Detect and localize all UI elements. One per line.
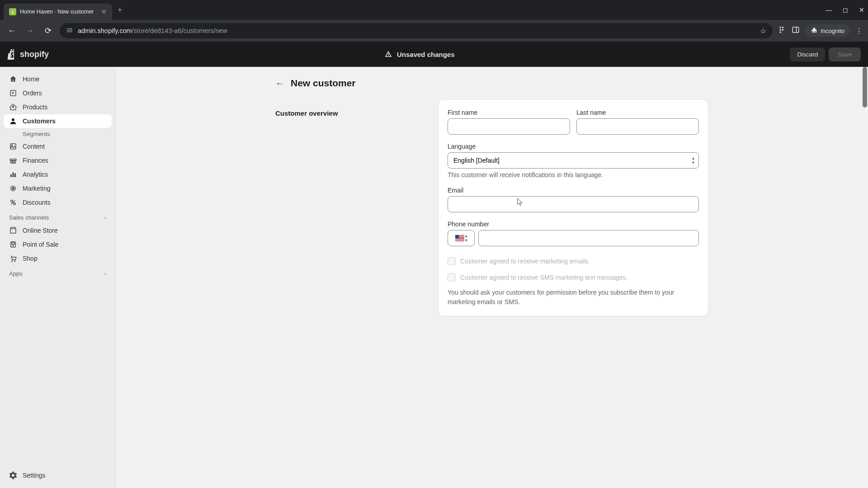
site-settings-icon[interactable]	[66, 27, 73, 35]
svg-rect-8	[782, 27, 783, 28]
language-select[interactable]	[448, 152, 699, 169]
svg-rect-17	[10, 144, 16, 149]
browser-toolbar: ← → ⟳ admin.shopify.com/store/de8143-a6/…	[0, 20, 868, 42]
svg-rect-21	[13, 160, 14, 163]
browser-tab-strip: s Home Haven · New customer ✕ + ― ◻ ✕	[0, 0, 868, 20]
svg-rect-7	[780, 32, 781, 33]
forward-button: →	[24, 26, 36, 36]
phone-input[interactable]	[478, 230, 699, 246]
browser-tab[interactable]: s Home Haven · New customer ✕	[4, 4, 112, 20]
bookmark-icon[interactable]: ☆	[760, 27, 766, 35]
orders-icon	[9, 89, 17, 97]
analytics-icon	[9, 170, 17, 178]
svg-point-29	[11, 200, 13, 202]
products-icon	[9, 103, 17, 111]
svg-rect-24	[13, 173, 14, 178]
marketing-icon	[9, 184, 17, 192]
save-button: Save	[829, 47, 861, 61]
country-code-select[interactable]: ▴▾	[448, 230, 475, 246]
home-icon	[9, 75, 17, 83]
new-tab-button[interactable]: +	[118, 5, 123, 15]
nav-home[interactable]: Home	[4, 72, 112, 86]
select-caret-icon: ▴▾	[465, 234, 467, 243]
email-label: Email	[448, 187, 699, 194]
back-button[interactable]: ←	[5, 26, 18, 36]
main-content: ← New customer Customer overview First n…	[116, 67, 868, 488]
nav-point-of-sale[interactable]: Point of Sale	[4, 238, 112, 251]
marketing-email-label: Customer agreed to receive marketing ema…	[460, 258, 590, 265]
marketing-sms-label: Customer agreed to receive SMS marketing…	[460, 274, 627, 281]
svg-rect-0	[67, 28, 71, 29]
gear-icon	[9, 471, 17, 479]
nav-analytics[interactable]: Analytics	[4, 168, 112, 181]
nav-finances[interactable]: Finances	[4, 154, 112, 167]
nav-marketing[interactable]: Marketing	[4, 182, 112, 195]
svg-point-18	[12, 145, 13, 146]
svg-point-16	[12, 118, 14, 121]
scrollbar-thumb[interactable]	[863, 67, 867, 108]
svg-rect-33	[12, 243, 14, 244]
email-input[interactable]	[448, 196, 699, 212]
shopify-logo[interactable]: shopify	[7, 49, 49, 60]
nav-products[interactable]: Products	[4, 100, 112, 114]
last-name-label: Last name	[576, 109, 699, 116]
unsaved-changes-text: Unsaved changes	[397, 51, 455, 58]
back-arrow[interactable]: ←	[275, 78, 284, 89]
marketing-sms-checkbox[interactable]	[448, 273, 456, 282]
us-flag-icon	[455, 235, 464, 241]
incognito-badge[interactable]: Incognito	[805, 24, 850, 37]
svg-rect-10	[793, 27, 799, 33]
online-store-icon	[9, 226, 17, 235]
shopify-favicon: s	[9, 8, 16, 15]
sidebar: Home Orders Products Customers Segments …	[0, 67, 116, 488]
pos-icon	[9, 240, 17, 249]
chevron-right-icon: ›	[104, 271, 106, 277]
sales-channels-header[interactable]: Sales channels ›	[4, 210, 112, 224]
nav-orders[interactable]: Orders	[4, 86, 112, 100]
nav-customers[interactable]: Customers	[4, 114, 112, 128]
apps-header[interactable]: Apps ›	[4, 266, 112, 280]
close-tab-icon[interactable]: ✕	[101, 8, 107, 15]
nav-segments[interactable]: Segments	[4, 128, 112, 140]
nav-content[interactable]: Content	[4, 140, 112, 153]
svg-rect-23	[10, 174, 12, 177]
window-controls: ― ◻ ✕	[826, 6, 864, 14]
nav-settings[interactable]: Settings	[4, 469, 112, 482]
last-name-input[interactable]	[576, 118, 699, 135]
incognito-label: Incognito	[821, 28, 844, 34]
first-name-input[interactable]	[448, 118, 570, 135]
nav-discounts[interactable]: Discounts	[4, 196, 112, 209]
nav-online-store[interactable]: Online Store	[4, 224, 112, 237]
reload-button[interactable]: ⟳	[42, 26, 54, 36]
svg-point-4	[67, 31, 69, 33]
nav-shop[interactable]: Shop	[4, 252, 112, 265]
panel-icon[interactable]	[792, 26, 800, 36]
close-window-button[interactable]: ✕	[859, 6, 864, 14]
customers-icon	[9, 117, 17, 125]
url-text: admin.shopify.com/store/de8143-a6/custom…	[78, 27, 755, 34]
chevron-right-icon: ›	[104, 215, 106, 221]
svg-point-3	[71, 28, 72, 29]
discard-button[interactable]: Discard	[790, 47, 825, 61]
discounts-icon	[9, 198, 17, 206]
extensions-icon[interactable]	[778, 26, 786, 36]
customer-overview-card: First name Last name Language ▴▾	[438, 99, 708, 316]
shop-icon	[9, 254, 17, 263]
language-label: Language	[448, 143, 699, 150]
language-help-text: This customer will receive notifications…	[448, 171, 699, 178]
content-icon	[9, 142, 17, 150]
svg-rect-25	[14, 174, 16, 177]
address-bar[interactable]: admin.shopify.com/store/de8143-a6/custom…	[60, 23, 773, 38]
phone-label: Phone number	[448, 221, 699, 228]
browser-menu-icon[interactable]: ⋮	[855, 27, 863, 35]
warning-icon	[384, 50, 392, 58]
svg-rect-1	[67, 30, 72, 30]
marketing-email-checkbox[interactable]	[448, 257, 456, 265]
page-title: New customer	[291, 78, 356, 89]
svg-point-34	[13, 245, 14, 246]
maximize-button[interactable]: ◻	[843, 6, 848, 14]
marketing-disclaimer: You should ask your customers for permis…	[448, 288, 699, 307]
svg-rect-14	[10, 90, 16, 96]
minimize-button[interactable]: ―	[826, 6, 832, 14]
svg-point-28	[13, 188, 14, 189]
